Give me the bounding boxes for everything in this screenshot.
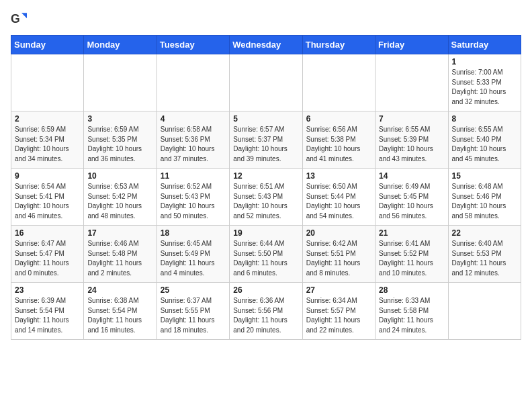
cell-content: Sunrise: 6:56 AM Sunset: 5:38 PM Dayligh… xyxy=(306,125,371,164)
day-number: 18 xyxy=(161,228,226,238)
column-header-monday: Monday xyxy=(84,36,157,54)
cell-content: Sunrise: 6:49 AM Sunset: 5:45 PM Dayligh… xyxy=(379,182,444,221)
calendar-cell: 21Sunrise: 6:41 AM Sunset: 5:52 PM Dayli… xyxy=(375,226,448,283)
calendar-cell xyxy=(84,54,157,111)
week-row-3: 9Sunrise: 6:54 AM Sunset: 5:41 PM Daylig… xyxy=(11,169,521,226)
calendar-cell: 13Sunrise: 6:50 AM Sunset: 5:44 PM Dayli… xyxy=(302,169,375,226)
calendar-cell: 15Sunrise: 6:48 AM Sunset: 5:46 PM Dayli… xyxy=(448,169,521,226)
day-number: 3 xyxy=(87,114,152,124)
calendar-header-row: SundayMondayTuesdayWednesdayThursdayFrid… xyxy=(11,36,521,54)
logo: G xyxy=(11,11,30,27)
day-number: 8 xyxy=(452,114,517,124)
calendar-cell: 4Sunrise: 6:58 AM Sunset: 5:36 PM Daylig… xyxy=(157,111,229,169)
cell-content: Sunrise: 6:37 AM Sunset: 5:55 PM Dayligh… xyxy=(161,296,226,335)
cell-content: Sunrise: 6:38 AM Sunset: 5:54 PM Dayligh… xyxy=(87,296,152,335)
cell-content: Sunrise: 6:50 AM Sunset: 5:44 PM Dayligh… xyxy=(306,182,371,221)
cell-content: Sunrise: 6:39 AM Sunset: 5:54 PM Dayligh… xyxy=(15,296,80,335)
day-number: 16 xyxy=(15,228,80,238)
day-number: 24 xyxy=(87,285,152,295)
calendar-cell xyxy=(375,54,448,111)
cell-content: Sunrise: 6:58 AM Sunset: 5:36 PM Dayligh… xyxy=(161,125,226,164)
week-row-5: 23Sunrise: 6:39 AM Sunset: 5:54 PM Dayli… xyxy=(11,283,521,340)
column-header-tuesday: Tuesday xyxy=(157,36,229,54)
week-row-1: 1Sunrise: 7:00 AM Sunset: 5:33 PM Daylig… xyxy=(11,54,521,111)
calendar-cell xyxy=(230,54,302,111)
calendar-cell: 6Sunrise: 6:56 AM Sunset: 5:38 PM Daylig… xyxy=(302,111,375,169)
calendar-cell: 25Sunrise: 6:37 AM Sunset: 5:55 PM Dayli… xyxy=(157,283,229,340)
cell-content: Sunrise: 6:48 AM Sunset: 5:46 PM Dayligh… xyxy=(452,182,517,221)
calendar-cell: 9Sunrise: 6:54 AM Sunset: 5:41 PM Daylig… xyxy=(11,169,84,226)
calendar-table: SundayMondayTuesdayWednesdayThursdayFrid… xyxy=(11,35,521,340)
day-number: 17 xyxy=(87,228,152,238)
week-row-2: 2Sunrise: 6:59 AM Sunset: 5:34 PM Daylig… xyxy=(11,111,521,169)
day-number: 15 xyxy=(452,171,517,181)
day-number: 26 xyxy=(233,285,298,295)
day-number: 12 xyxy=(233,171,298,181)
day-number: 2 xyxy=(15,114,80,124)
cell-content: Sunrise: 6:41 AM Sunset: 5:52 PM Dayligh… xyxy=(379,239,444,278)
calendar-cell: 24Sunrise: 6:38 AM Sunset: 5:54 PM Dayli… xyxy=(84,283,157,340)
cell-content: Sunrise: 6:55 AM Sunset: 5:40 PM Dayligh… xyxy=(452,125,517,164)
calendar-cell: 12Sunrise: 6:51 AM Sunset: 5:43 PM Dayli… xyxy=(230,169,302,226)
day-number: 11 xyxy=(161,171,226,181)
calendar-cell xyxy=(157,54,229,111)
calendar-cell: 23Sunrise: 6:39 AM Sunset: 5:54 PM Dayli… xyxy=(11,283,84,340)
svg-text:G: G xyxy=(11,12,20,26)
calendar-cell: 19Sunrise: 6:44 AM Sunset: 5:50 PM Dayli… xyxy=(230,226,302,283)
column-header-wednesday: Wednesday xyxy=(230,36,302,54)
cell-content: Sunrise: 7:00 AM Sunset: 5:33 PM Dayligh… xyxy=(452,68,517,107)
cell-content: Sunrise: 6:40 AM Sunset: 5:53 PM Dayligh… xyxy=(452,239,517,278)
day-number: 13 xyxy=(306,171,371,181)
calendar-cell: 11Sunrise: 6:52 AM Sunset: 5:43 PM Dayli… xyxy=(157,169,229,226)
calendar-cell: 3Sunrise: 6:59 AM Sunset: 5:35 PM Daylig… xyxy=(84,111,157,169)
calendar-cell: 7Sunrise: 6:55 AM Sunset: 5:39 PM Daylig… xyxy=(375,111,448,169)
day-number: 28 xyxy=(379,285,444,295)
cell-content: Sunrise: 6:59 AM Sunset: 5:34 PM Dayligh… xyxy=(15,125,80,164)
cell-content: Sunrise: 6:47 AM Sunset: 5:47 PM Dayligh… xyxy=(15,239,80,278)
calendar-cell: 8Sunrise: 6:55 AM Sunset: 5:40 PM Daylig… xyxy=(448,111,521,169)
day-number: 1 xyxy=(452,57,517,66)
calendar-cell: 20Sunrise: 6:42 AM Sunset: 5:51 PM Dayli… xyxy=(302,226,375,283)
calendar-cell: 27Sunrise: 6:34 AM Sunset: 5:57 PM Dayli… xyxy=(302,283,375,340)
day-number: 22 xyxy=(452,228,517,238)
calendar-cell xyxy=(11,54,84,111)
cell-content: Sunrise: 6:46 AM Sunset: 5:48 PM Dayligh… xyxy=(87,239,152,278)
day-number: 4 xyxy=(161,114,226,124)
calendar-cell: 16Sunrise: 6:47 AM Sunset: 5:47 PM Dayli… xyxy=(11,226,84,283)
cell-content: Sunrise: 6:36 AM Sunset: 5:56 PM Dayligh… xyxy=(233,296,298,335)
column-header-sunday: Sunday xyxy=(11,36,84,54)
cell-content: Sunrise: 6:57 AM Sunset: 5:37 PM Dayligh… xyxy=(233,125,298,164)
calendar-cell: 26Sunrise: 6:36 AM Sunset: 5:56 PM Dayli… xyxy=(230,283,302,340)
day-number: 7 xyxy=(379,114,444,124)
day-number: 14 xyxy=(379,171,444,181)
day-number: 27 xyxy=(306,285,371,295)
cell-content: Sunrise: 6:44 AM Sunset: 5:50 PM Dayligh… xyxy=(233,239,298,278)
calendar-cell: 28Sunrise: 6:33 AM Sunset: 5:58 PM Dayli… xyxy=(375,283,448,340)
column-header-thursday: Thursday xyxy=(302,36,375,54)
day-number: 25 xyxy=(161,285,226,295)
svg-marker-1 xyxy=(21,13,27,18)
day-number: 6 xyxy=(306,114,371,124)
column-header-saturday: Saturday xyxy=(448,36,521,54)
calendar-cell: 2Sunrise: 6:59 AM Sunset: 5:34 PM Daylig… xyxy=(11,111,84,169)
day-number: 19 xyxy=(233,228,298,238)
cell-content: Sunrise: 6:55 AM Sunset: 5:39 PM Dayligh… xyxy=(379,125,444,164)
cell-content: Sunrise: 6:52 AM Sunset: 5:43 PM Dayligh… xyxy=(161,182,226,221)
page-header: G xyxy=(11,11,521,27)
calendar-cell: 10Sunrise: 6:53 AM Sunset: 5:42 PM Dayli… xyxy=(84,169,157,226)
cell-content: Sunrise: 6:34 AM Sunset: 5:57 PM Dayligh… xyxy=(306,296,371,335)
day-number: 5 xyxy=(233,114,298,124)
calendar-cell: 1Sunrise: 7:00 AM Sunset: 5:33 PM Daylig… xyxy=(448,54,521,111)
column-header-friday: Friday xyxy=(375,36,448,54)
calendar-cell: 5Sunrise: 6:57 AM Sunset: 5:37 PM Daylig… xyxy=(230,111,302,169)
calendar-cell: 22Sunrise: 6:40 AM Sunset: 5:53 PM Dayli… xyxy=(448,226,521,283)
logo-icon: G xyxy=(11,11,27,27)
cell-content: Sunrise: 6:53 AM Sunset: 5:42 PM Dayligh… xyxy=(87,182,152,221)
cell-content: Sunrise: 6:33 AM Sunset: 5:58 PM Dayligh… xyxy=(379,296,444,335)
day-number: 23 xyxy=(15,285,80,295)
calendar-cell: 17Sunrise: 6:46 AM Sunset: 5:48 PM Dayli… xyxy=(84,226,157,283)
calendar-cell xyxy=(302,54,375,111)
cell-content: Sunrise: 6:45 AM Sunset: 5:49 PM Dayligh… xyxy=(161,239,226,278)
calendar-cell: 14Sunrise: 6:49 AM Sunset: 5:45 PM Dayli… xyxy=(375,169,448,226)
day-number: 21 xyxy=(379,228,444,238)
